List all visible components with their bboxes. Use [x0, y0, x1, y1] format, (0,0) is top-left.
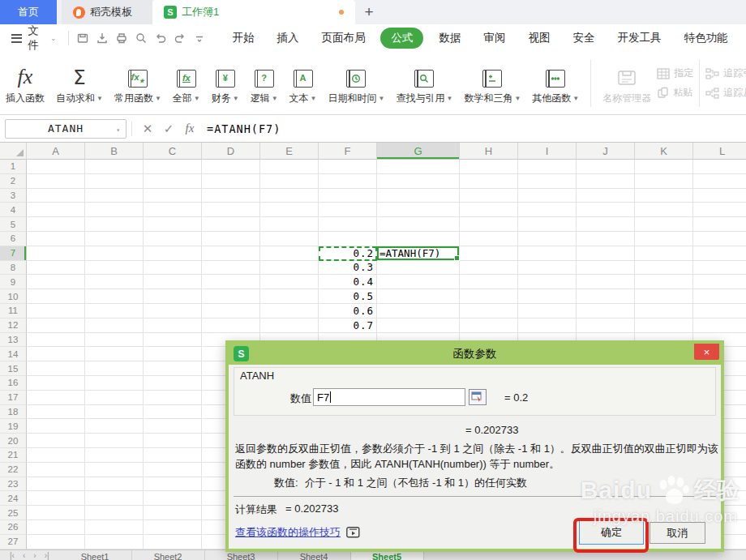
next-sheet-icon[interactable]: › — [33, 551, 36, 560]
menu-tab-公式[interactable]: 公式 — [380, 28, 423, 49]
cell-J2[interactable] — [577, 174, 635, 189]
row-header-13[interactable]: 13 — [0, 333, 27, 348]
print-icon[interactable] — [112, 28, 131, 48]
ribbon-button-日期和时间[interactable]: 日期和时间▼ — [323, 55, 391, 112]
ribbon-button-查找与引用[interactable]: 查找与引用▼ — [390, 55, 458, 112]
ok-button[interactable]: 确定 — [579, 520, 644, 545]
cell-B17[interactable] — [85, 391, 144, 405]
menu-tab-数据[interactable]: 数据 — [427, 28, 472, 49]
cell-L6[interactable] — [693, 232, 746, 246]
cell-A17[interactable] — [27, 391, 85, 405]
cell-J9[interactable] — [577, 275, 635, 289]
cell-A18[interactable] — [27, 405, 85, 420]
cell-A20[interactable] — [27, 434, 85, 448]
cell-F7[interactable]: 0.2 — [319, 246, 377, 261]
cell-A5[interactable] — [27, 217, 85, 232]
file-menu[interactable]: 文件 — [28, 24, 47, 53]
cell-G7[interactable]: =ATANH(F7) — [377, 246, 460, 261]
cell-C26[interactable] — [144, 520, 202, 535]
cell-B1[interactable] — [85, 160, 144, 174]
sheet-nav-arrows[interactable]: |‹ ‹ › ›| — [0, 550, 59, 560]
function-tips-link[interactable]: 查看该函数的操作技巧 — [235, 525, 341, 540]
cell-A12[interactable] — [27, 318, 85, 333]
cell-F6[interactable] — [319, 232, 377, 246]
cell-A4[interactable] — [27, 203, 85, 217]
cell-A6[interactable] — [27, 232, 85, 246]
row-header-11[interactable]: 11 — [0, 304, 27, 318]
range-picker-button[interactable] — [469, 389, 487, 405]
cancel-button[interactable]: 取消 — [650, 522, 705, 544]
cell-E12[interactable] — [260, 318, 319, 333]
cell-C12[interactable] — [144, 318, 202, 333]
cell-L5[interactable] — [693, 217, 746, 232]
column-header-K[interactable]: K — [635, 143, 693, 160]
cell-G8[interactable] — [377, 261, 460, 276]
ribbon-button-全部[interactable]: fx 全部▼ — [167, 55, 206, 112]
cell-J7[interactable] — [577, 246, 635, 261]
cell-A13[interactable] — [27, 333, 85, 348]
cell-K12[interactable] — [635, 318, 693, 333]
sheet-tab-Sheet1[interactable]: Sheet1 — [59, 550, 132, 560]
menu-tab-开始[interactable]: 开始 — [221, 28, 265, 49]
cell-E11[interactable] — [260, 304, 319, 318]
cell-B12[interactable] — [85, 318, 144, 333]
cell-B16[interactable] — [85, 376, 144, 391]
cell-C17[interactable] — [144, 391, 202, 405]
cell-I1[interactable] — [518, 160, 577, 174]
cell-E2[interactable] — [260, 174, 319, 189]
cell-F8[interactable]: 0.3 — [319, 261, 377, 276]
cell-C15[interactable] — [144, 361, 202, 376]
cell-L1[interactable] — [693, 160, 746, 174]
cell-L7[interactable] — [693, 246, 746, 261]
cell-B2[interactable] — [85, 174, 144, 189]
row-header-25[interactable]: 25 — [0, 506, 27, 520]
menu-tab-插入[interactable]: 插入 — [265, 28, 310, 49]
cell-D3[interactable] — [202, 189, 260, 203]
cell-C1[interactable] — [144, 160, 202, 174]
cell-E9[interactable] — [260, 275, 319, 289]
formula-input[interactable]: =ATANH(F7) — [200, 122, 746, 135]
cell-I7[interactable] — [518, 246, 577, 261]
undo-icon[interactable] — [151, 28, 170, 48]
cell-K10[interactable] — [635, 289, 693, 304]
row-header-27[interactable]: 27 — [0, 535, 27, 549]
dialog-title-bar[interactable]: S 函数参数 × — [229, 344, 721, 365]
video-tutorial-icon[interactable] — [346, 527, 360, 538]
cell-A26[interactable] — [27, 520, 85, 535]
cell-K8[interactable] — [635, 261, 693, 276]
cell-E3[interactable] — [260, 189, 319, 203]
cell-G10[interactable] — [377, 289, 460, 304]
menu-tab-视图[interactable]: 视图 — [517, 28, 561, 49]
column-header-A[interactable]: A — [27, 143, 85, 160]
cell-B27[interactable] — [85, 535, 144, 549]
column-header-J[interactable]: J — [577, 143, 635, 160]
cell-F4[interactable] — [319, 203, 377, 217]
cell-D9[interactable] — [202, 275, 260, 289]
name-box-dropdown-icon[interactable]: ▾ — [116, 126, 121, 134]
dialog-close-button[interactable]: × — [694, 344, 719, 360]
column-header-C[interactable]: C — [144, 143, 202, 160]
cell-E5[interactable] — [260, 217, 319, 232]
more-commands-icon[interactable] — [190, 28, 209, 48]
cell-H8[interactable] — [460, 261, 518, 276]
cell-K11[interactable] — [635, 304, 693, 318]
cell-H4[interactable] — [460, 203, 518, 217]
cell-L3[interactable] — [693, 189, 746, 203]
cell-D12[interactable] — [202, 318, 260, 333]
cell-G6[interactable] — [377, 232, 460, 246]
new-tab-button[interactable]: + — [355, 0, 383, 24]
cell-C7[interactable] — [144, 246, 202, 261]
cell-C25[interactable] — [144, 506, 202, 520]
cell-A3[interactable] — [27, 189, 85, 203]
cell-C19[interactable] — [144, 419, 202, 434]
cell-B14[interactable] — [85, 347, 144, 361]
first-sheet-icon[interactable]: |‹ — [10, 551, 15, 560]
cell-A16[interactable] — [27, 376, 85, 391]
column-header-I[interactable]: I — [518, 143, 577, 160]
cell-C11[interactable] — [144, 304, 202, 318]
cell-D5[interactable] — [202, 217, 260, 232]
row-header-21[interactable]: 21 — [0, 448, 27, 463]
cell-J3[interactable] — [577, 189, 635, 203]
cell-F1[interactable] — [319, 160, 377, 174]
cell-A10[interactable] — [27, 289, 85, 304]
